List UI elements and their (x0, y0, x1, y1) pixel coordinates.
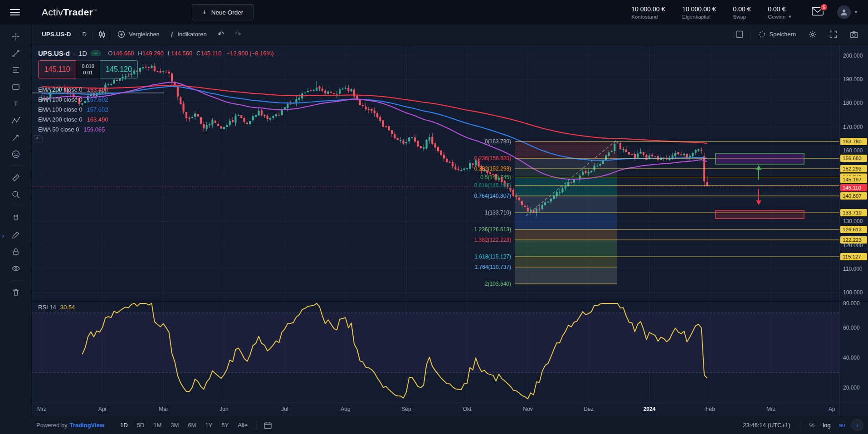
sell-button[interactable]: 145.110 (38, 60, 76, 78)
fib-label[interactable]: 2(103.640) (485, 281, 511, 287)
range-1d[interactable]: 1D (116, 420, 132, 430)
fib-label[interactable]: 0.236(156.683) (474, 155, 511, 161)
circle-plus-icon (117, 30, 125, 38)
tool-crosshair[interactable] (6, 28, 26, 45)
hamburger-menu-icon[interactable] (10, 9, 20, 15)
tool-fib-retracement[interactable] (6, 62, 26, 78)
account-stats: 10 000.00 € Kontostand 10 000.00 € Eigen… (631, 5, 792, 20)
tool-lock[interactable] (6, 243, 26, 260)
ema-row[interactable]: EMA 200 close 0163.490 (38, 84, 273, 94)
legend-toggle-pill[interactable]: – (90, 50, 101, 56)
fib-label[interactable]: 0.5(148.745) (480, 174, 511, 180)
ema-row[interactable]: EMA 100 close 0157.602 (38, 94, 273, 104)
range-5y[interactable]: 5Y (217, 420, 233, 430)
time-axis-label: Mrz (37, 406, 46, 412)
legend-title-row[interactable]: UPS.US-d · 1D – O146.660 H149.290 L144.5… (38, 48, 273, 58)
tool-patterns[interactable] (6, 112, 26, 129)
down-arrow-head (756, 200, 761, 205)
fib-label[interactable]: 1.382(122.223) (474, 237, 511, 243)
top-header: ActivTrader™ + Neue Order 10 000.00 € Ko… (0, 0, 868, 24)
fib-label[interactable]: 1.764(110.737) (474, 264, 511, 270)
tool-magnet[interactable] (6, 210, 26, 226)
ema-value: 163.490 (87, 116, 108, 123)
gewinn-value: 0.00 € (768, 5, 792, 13)
save-layout-button[interactable]: Speichern (753, 28, 801, 41)
swap-value: 0.00 € (733, 5, 751, 13)
chevron-down-icon[interactable]: ▼ (788, 15, 792, 19)
time-axis[interactable]: MrzAprMaiJunJulAugSepOktNovDez2024FebMrz… (37, 406, 835, 412)
user-menu[interactable]: ▼ (837, 5, 858, 19)
drawing-toolbar: T (0, 24, 32, 416)
text-tool-icon: T (11, 99, 20, 108)
undo-button[interactable]: ↶ (212, 28, 229, 41)
fib-label[interactable]: 1.236(126.613) (474, 226, 511, 233)
range-5d[interactable]: 5D (133, 420, 149, 430)
settings-button[interactable] (803, 28, 822, 41)
ema-row[interactable]: EMA 50 close 0156.065 (38, 124, 273, 134)
rsi-axis-label: 60.000 (843, 325, 860, 331)
range-alle[interactable]: Alle (234, 420, 252, 430)
stat-gewinn[interactable]: 0.00 € Gewinn▼ (768, 5, 792, 20)
percent-scale-button[interactable]: % (807, 420, 817, 430)
tool-measure[interactable] (6, 169, 26, 186)
tool-trend-line[interactable] (6, 45, 26, 62)
fullscreen-icon (829, 30, 837, 38)
compare-button[interactable]: Vergleichen (112, 28, 165, 41)
gewinn-label: Gewinn (768, 14, 785, 20)
price-axis[interactable]: 200.000190.000180.000170.000160.000130.0… (840, 53, 867, 391)
rsi-legend[interactable]: RSI 14 30.54 (38, 304, 75, 311)
tool-hide-drawings[interactable] (6, 260, 26, 277)
tool-emoji[interactable] (6, 146, 26, 162)
range-6m[interactable]: 6M (184, 420, 200, 430)
price-axis-label: 160.000 (843, 147, 863, 154)
clock[interactable]: 23:46:14 (UTC+1) (743, 422, 790, 429)
indicators-button[interactable]: ƒ Indikatoren (165, 28, 212, 41)
fib-label[interactable]: 1.618(115.127) (474, 254, 511, 260)
ema-label: EMA 200 close 0 (38, 116, 83, 123)
demand-zone-box[interactable] (716, 210, 804, 219)
log-scale-button[interactable]: log (820, 420, 833, 430)
range-3m[interactable]: 3M (166, 420, 183, 430)
fullscreen-button[interactable] (824, 28, 843, 41)
screenshot-button[interactable] (844, 28, 863, 41)
redo-button[interactable]: ↷ (229, 28, 247, 41)
range-1y[interactable]: 1Y (201, 420, 216, 430)
neue-order-button[interactable]: + Neue Order (192, 4, 254, 20)
tradingview-link[interactable]: TradingView (70, 422, 104, 429)
collapse-panel-button[interactable]: ‹ (851, 419, 863, 431)
ema-row[interactable]: EMA 100 close 0157.602 (38, 104, 273, 114)
buy-button[interactable]: 145.120 (100, 60, 138, 78)
avatar (837, 5, 851, 19)
go-to-date-button[interactable] (261, 422, 274, 429)
tool-text[interactable]: T (6, 95, 26, 112)
pane-divider[interactable] (32, 301, 868, 302)
legend-collapse-button[interactable]: ^ (32, 135, 43, 142)
interval-button[interactable]: D (77, 28, 92, 41)
tool-zoom[interactable] (6, 186, 26, 203)
fib-label[interactable]: 0.618(145.197) (474, 182, 511, 189)
tool-remove-drawings[interactable] (6, 283, 26, 300)
watchlist-toggle[interactable]: › (0, 229, 6, 242)
chart-area[interactable]: 0(163.780)0.236(156.683)0.382(152.293)0.… (32, 44, 868, 416)
chart-type-button[interactable] (93, 28, 112, 41)
fib-label[interactable]: 0.382(152.293) (474, 166, 511, 172)
fib-label[interactable]: 1(133.710) (485, 210, 511, 216)
supply-zone-box[interactable] (716, 153, 804, 164)
tool-forecast[interactable] (6, 129, 26, 146)
fib-label[interactable]: 0(163.780) (485, 138, 511, 145)
tool-draw[interactable] (6, 226, 26, 243)
mail-badge: 5 (820, 4, 828, 11)
tool-shapes[interactable] (6, 78, 26, 95)
high-key: H (138, 50, 142, 57)
ruler-icon (11, 173, 20, 182)
range-1m[interactable]: 1M (149, 420, 166, 430)
auto-scale-button[interactable]: au (837, 420, 848, 430)
mail-button[interactable]: 5 (812, 7, 824, 18)
ema-row[interactable]: EMA 200 close 0163.490 (38, 114, 273, 124)
save-label: Speichern (769, 31, 796, 38)
layout-select-button[interactable] (730, 28, 749, 41)
symbol-search-button[interactable]: UPS.US-D (36, 28, 77, 41)
fib-label[interactable]: 0.764(140.807) (474, 193, 511, 199)
price-axis-label: 130.000 (843, 218, 863, 224)
spread-bottom: 0.01 (83, 70, 93, 75)
